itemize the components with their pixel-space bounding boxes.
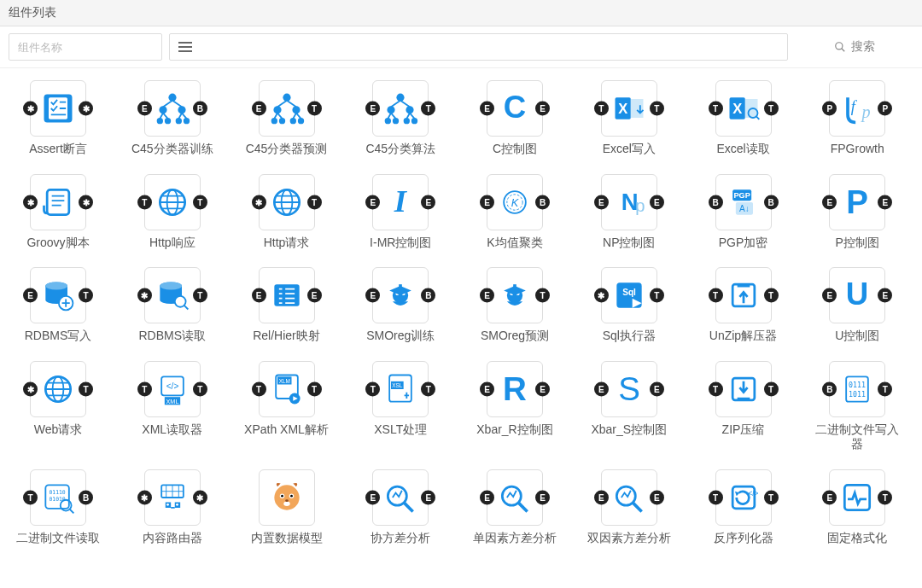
- component-icon-wrap: ET: [487, 267, 543, 323]
- component-label: C控制图: [493, 142, 537, 157]
- component-item[interactable]: BBPGP加密: [692, 174, 795, 251]
- port-right: T: [650, 102, 664, 116]
- component-label: P控制图: [836, 236, 879, 251]
- port-right: T: [878, 490, 892, 504]
- port-left: ✱: [23, 381, 38, 396]
- component-name-input[interactable]: [9, 33, 162, 61]
- component-item[interactable]: ETSMOreg预测: [464, 267, 566, 344]
- component-item[interactable]: EE双因素方差分析: [578, 469, 680, 546]
- component-icon-wrap: TT: [601, 80, 657, 137]
- port-right: E: [650, 381, 664, 396]
- component-icon-wrap: ✱T: [601, 267, 657, 323]
- port-right: T: [421, 102, 435, 116]
- component-icon-wrap: TT: [715, 469, 772, 526]
- component-label: 内容路由器: [143, 531, 202, 546]
- component-item[interactable]: EEXbar_S控制图: [578, 361, 680, 452]
- component-item[interactable]: TTXPath XML解析: [236, 361, 338, 452]
- component-item[interactable]: ✱TSql执行器: [578, 267, 680, 344]
- component-item[interactable]: TT反序列化器: [692, 469, 795, 546]
- component-label: XSLT处理: [374, 422, 427, 438]
- port-left: E: [252, 102, 266, 116]
- component-label: Rel/Hier映射: [253, 329, 320, 344]
- port-right: E: [878, 195, 892, 209]
- component-item[interactable]: EBC45分类器训练: [121, 80, 224, 157]
- toolbar: 搜索: [0, 26, 922, 68]
- component-item[interactable]: EBK均值聚类: [464, 174, 566, 251]
- component-label: PGP加密: [719, 236, 768, 251]
- component-item[interactable]: 内置数据模型: [236, 469, 338, 546]
- component-label: K均值聚类: [487, 236, 542, 251]
- port-right: T: [535, 288, 550, 303]
- component-item[interactable]: PPFPGrowth: [806, 80, 908, 157]
- component-item[interactable]: ✱TRDBMS读取: [121, 267, 224, 344]
- component-label: Web请求: [34, 422, 83, 438]
- port-right: T: [193, 195, 207, 209]
- component-item[interactable]: ETC45分类算法: [349, 80, 452, 157]
- component-item[interactable]: BT二进制文件写入器: [806, 361, 908, 452]
- port-right: T: [307, 102, 322, 116]
- port-left: E: [480, 490, 494, 504]
- component-item[interactable]: EEP控制图: [806, 174, 908, 251]
- port-left: T: [365, 381, 380, 396]
- component-label: C45分类器训练: [131, 142, 213, 157]
- component-item[interactable]: ✱THttp请求: [236, 174, 338, 251]
- component-item[interactable]: TTXML读取器: [121, 361, 224, 452]
- port-left: T: [252, 381, 266, 396]
- port-left: E: [252, 288, 266, 303]
- component-item[interactable]: EENP控制图: [578, 174, 680, 251]
- component-item[interactable]: TTExcel写入: [578, 80, 680, 157]
- port-left: E: [480, 288, 494, 303]
- component-item[interactable]: EE单因素方差分析: [464, 469, 566, 546]
- component-item[interactable]: ETC45分类器预测: [236, 80, 338, 157]
- port-left: T: [137, 195, 152, 209]
- component-label: Excel写入: [603, 142, 656, 157]
- port-right: T: [764, 490, 779, 504]
- port-left: E: [480, 381, 494, 396]
- port-right: E: [878, 288, 892, 303]
- component-label: 单因素方差分析: [473, 531, 557, 546]
- category-select[interactable]: [169, 33, 788, 61]
- component-item[interactable]: TB二进制文件读取: [7, 469, 109, 546]
- component-icon-wrap: EE: [487, 361, 543, 417]
- component-item[interactable]: TTHttp响应: [121, 174, 224, 251]
- component-item[interactable]: TTUnZip解压器: [692, 267, 795, 344]
- component-label: 内置数据模型: [251, 531, 323, 546]
- component-item[interactable]: TTExcel读取: [692, 80, 795, 157]
- component-item[interactable]: ✱✱Groovy脚本: [7, 174, 109, 251]
- component-item[interactable]: EE协方差分析: [349, 469, 452, 546]
- component-label: XML读取器: [142, 422, 202, 438]
- component-item[interactable]: ETRDBMS写入: [7, 267, 109, 344]
- component-item[interactable]: EEI-MR控制图: [349, 174, 452, 251]
- component-icon-wrap: ✱T: [30, 361, 86, 417]
- component-icon-wrap: TT: [715, 80, 772, 137]
- component-icon-wrap: TB: [30, 469, 86, 526]
- port-right: E: [650, 195, 664, 209]
- port-right: B: [764, 195, 779, 209]
- port-right: ✱: [79, 102, 93, 116]
- port-left: E: [822, 195, 837, 209]
- component-icon-wrap: ✱T: [144, 267, 201, 323]
- component-label: XPath XML解析: [244, 422, 329, 438]
- component-item[interactable]: EEC控制图: [464, 80, 566, 157]
- component-icon-wrap: EE: [487, 80, 543, 137]
- component-item[interactable]: EEXbar_R控制图: [464, 361, 566, 452]
- component-item[interactable]: ET固定格式化: [806, 469, 908, 546]
- component-item[interactable]: TTZIP压缩: [692, 361, 795, 452]
- port-left: ✱: [137, 288, 152, 303]
- component-item[interactable]: ✱✱内容路由器: [121, 469, 224, 546]
- component-icon-wrap: ET: [372, 80, 429, 137]
- component-icon-wrap: EE: [601, 174, 657, 230]
- component-item[interactable]: ✱✱Assert断言: [7, 80, 109, 157]
- port-left: T: [23, 490, 38, 504]
- search-button[interactable]: 搜索: [795, 33, 913, 61]
- component-label: Assert断言: [29, 142, 87, 157]
- component-item[interactable]: ✱TWeb请求: [7, 361, 109, 452]
- panel-title: 组件列表: [0, 0, 922, 26]
- component-item[interactable]: EERel/Hier映射: [236, 267, 338, 344]
- component-item[interactable]: EBSMOreg训练: [349, 267, 452, 344]
- component-item[interactable]: TTXSLT处理: [349, 361, 452, 452]
- search-icon: [834, 41, 846, 53]
- port-left: E: [365, 195, 380, 209]
- component-icon-wrap: TT: [715, 267, 772, 323]
- component-item[interactable]: EEU控制图: [806, 267, 908, 344]
